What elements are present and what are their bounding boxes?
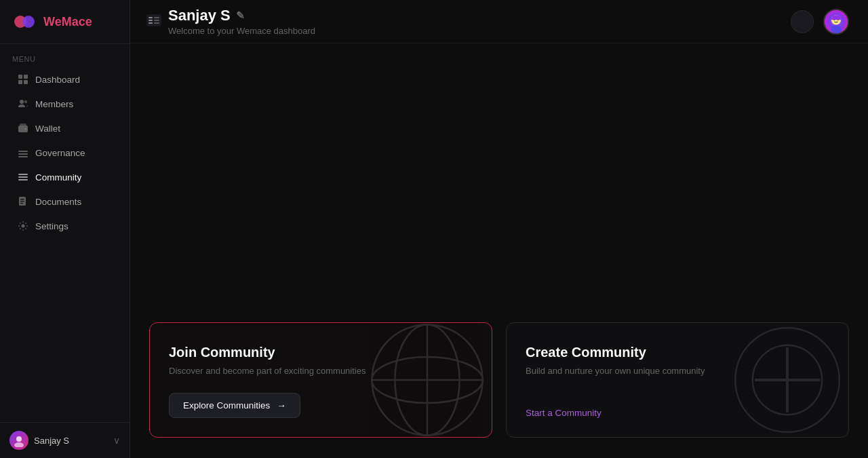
page-title: Sanjay S ✎ — [168, 7, 315, 24]
footer-avatar — [9, 431, 28, 450]
sidebar-item-settings[interactable]: Settings — [5, 214, 124, 237]
page-subtitle: Welcome to your Wemace dashboard — [168, 26, 315, 36]
svg-rect-10 — [18, 151, 28, 152]
main-content-area: Join Community Discover and become part … — [130, 43, 868, 458]
create-community-subtitle: Build and nurture your own unique commun… — [526, 366, 829, 376]
svg-point-7 — [24, 100, 27, 103]
create-community-title: Create Community — [526, 345, 829, 360]
svg-rect-14 — [18, 176, 28, 178]
wemace-logo-icon — [12, 9, 37, 34]
page-title-text: Sanjay S — [168, 7, 231, 24]
sidebar-nav: Menu Dashboard — [0, 44, 130, 422]
svg-rect-5 — [24, 80, 28, 84]
sidebar-toggle-button[interactable] — [146, 14, 161, 29]
sidebar-item-members[interactable]: Members — [5, 92, 124, 115]
app-name: WeMace — [43, 15, 92, 29]
grid-icon — [18, 74, 28, 85]
sidebar-item-wallet-label: Wallet — [35, 123, 60, 134]
main-content: Sanjay S ✎ Welcome to your Wemace dashbo… — [130, 0, 868, 458]
svg-rect-12 — [18, 156, 28, 157]
user-avatar[interactable] — [823, 9, 849, 35]
sidebar-item-settings-label: Settings — [35, 221, 68, 231]
sidebar-item-governance-label: Governance — [35, 148, 85, 158]
settings-icon — [18, 221, 28, 231]
edit-icon[interactable]: ✎ — [236, 9, 245, 22]
menu-label: Menu — [0, 44, 130, 67]
footer-user-info: Sanjay S — [9, 431, 69, 450]
svg-rect-26 — [149, 22, 153, 24]
sidebar-item-wallet[interactable]: Wallet — [5, 117, 124, 140]
svg-rect-13 — [18, 174, 28, 175]
community-cards: Join Community Discover and become part … — [149, 322, 849, 438]
sidebar-footer[interactable]: Sanjay S ∨ — [0, 422, 130, 458]
topbar-left: Sanjay S ✎ Welcome to your Wemace dashbo… — [146, 7, 315, 36]
svg-rect-28 — [154, 20, 159, 21]
chevron-down-icon: ∨ — [113, 435, 120, 446]
start-community-link[interactable]: Start a Community — [526, 408, 601, 418]
create-community-card: Create Community Build and nurture your … — [506, 322, 849, 438]
sidebar-item-community[interactable]: Community — [5, 166, 124, 189]
governance-icon — [18, 147, 28, 158]
svg-rect-4 — [18, 80, 22, 84]
svg-point-9 — [25, 128, 26, 130]
dark-mode-toggle[interactable] — [791, 10, 814, 33]
wallet-icon — [18, 123, 28, 134]
sidebar-item-governance[interactable]: Governance — [5, 141, 124, 164]
svg-rect-11 — [18, 153, 28, 155]
documents-icon — [18, 196, 28, 207]
sidebar: WeMace Menu Dashboard — [0, 0, 130, 458]
sidebar-item-members-label: Members — [35, 99, 73, 109]
community-icon — [18, 172, 28, 183]
users-icon — [18, 98, 28, 109]
globe-bg-icon — [370, 322, 485, 438]
explore-communities-label: Explore Communities — [183, 400, 270, 411]
sidebar-item-documents[interactable]: Documents — [5, 190, 124, 213]
sidebar-logo: WeMace — [0, 0, 130, 44]
sidebar-item-dashboard[interactable]: Dashboard — [5, 68, 124, 91]
svg-point-21 — [16, 436, 22, 442]
svg-rect-24 — [149, 17, 153, 18]
svg-rect-3 — [24, 75, 28, 79]
join-community-subtitle: Discover and become part of exciting com… — [169, 366, 473, 376]
svg-point-34 — [831, 25, 842, 34]
sidebar-item-dashboard-label: Dashboard — [35, 75, 80, 85]
svg-point-1 — [22, 16, 35, 28]
svg-point-22 — [14, 442, 24, 447]
sidebar-item-community-label: Community — [35, 172, 81, 183]
svg-rect-2 — [18, 75, 22, 79]
explore-communities-button[interactable]: Explore Communities → — [169, 393, 300, 418]
topbar: Sanjay S ✎ Welcome to your Wemace dashbo… — [130, 0, 868, 43]
topbar-title-area: Sanjay S ✎ Welcome to your Wemace dashbo… — [168, 7, 315, 36]
svg-rect-15 — [18, 179, 28, 180]
topbar-right — [791, 9, 849, 35]
arrow-right-icon: → — [277, 400, 286, 411]
svg-rect-25 — [149, 20, 153, 21]
svg-point-20 — [22, 225, 25, 228]
plus-bg-icon — [733, 326, 842, 434]
svg-rect-29 — [154, 22, 159, 24]
join-community-title: Join Community — [169, 345, 473, 360]
join-community-card: Join Community Discover and become part … — [149, 322, 492, 438]
sidebar-item-documents-label: Documents — [35, 197, 81, 207]
svg-rect-27 — [154, 17, 159, 18]
svg-point-6 — [20, 100, 24, 104]
footer-username: Sanjay S — [34, 436, 69, 446]
